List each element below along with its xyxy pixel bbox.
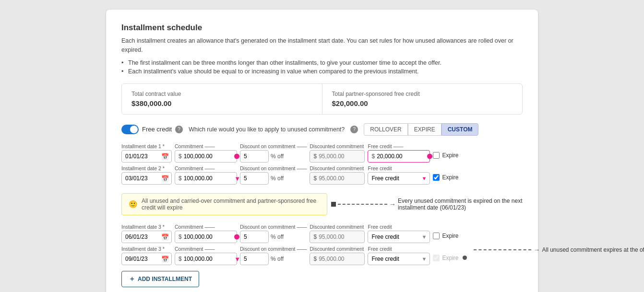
percent-off-label-2: % off xyxy=(271,175,284,182)
free-credit-input-wrap-1: $ xyxy=(368,150,430,163)
inst-date-label-4: Installment date 3 * xyxy=(121,246,172,252)
expire-checkbox-1[interactable] xyxy=(433,152,440,159)
controls-row: Free credit ? Which rule would you like … xyxy=(121,123,523,136)
inst-date-label-2: Installment date 2 * xyxy=(121,165,172,171)
expire-label-2: Expire xyxy=(442,174,458,181)
annotation1-row: → Every unused commitment is expired on … xyxy=(331,198,523,211)
commitment-field-3: Commitment —— $ xyxy=(175,224,237,243)
inst-date-input-2[interactable] xyxy=(121,172,172,185)
add-installment-button[interactable]: ＋ ADD INSTALLMENT xyxy=(121,271,199,287)
rollover-button[interactable]: ROLLOVER xyxy=(364,123,407,136)
expire-wrap-2: Expire xyxy=(433,165,458,181)
pink-dot-3 xyxy=(234,234,239,239)
rule-buttons-group: ROLLOVER EXPIRE CUSTOM xyxy=(364,123,478,136)
inst-date-field-3: Installment date 3 * 📅 xyxy=(121,224,172,243)
discounted-input-3 xyxy=(319,231,364,243)
expire-wrap-4: Expire xyxy=(433,246,467,261)
discounted-label-2: Discounted commitment xyxy=(310,165,365,171)
discounted-input-4 xyxy=(319,253,364,265)
add-installment-label: ADD INSTALLMENT xyxy=(138,276,192,282)
commitment-input-1[interactable] xyxy=(184,151,237,162)
total-contract-label: Total contract value xyxy=(131,91,312,97)
expire-wrap-1: Expire xyxy=(433,143,458,159)
free-credit-field-label-3: Free credit xyxy=(368,224,430,230)
installment-row-2: Installment date 2 * 📅 Commitment —— $ ▼ xyxy=(121,165,523,185)
free-credit-help-icon[interactable]: ? xyxy=(175,126,183,133)
discount-field-1: Discount on commitment —— % off xyxy=(240,143,307,163)
percent-off-label-1: % off xyxy=(271,153,284,160)
commitment-input-wrap-4: $ xyxy=(175,253,237,265)
free-credit-input-1[interactable] xyxy=(377,151,429,162)
card-title: Installment schedule xyxy=(121,23,523,33)
discount-label-4: Discount on commitment —— xyxy=(240,246,307,252)
inst-date-input-wrap-2: 📅 xyxy=(121,172,172,185)
commitment-label-2: Commitment —— xyxy=(175,165,237,171)
rule-question-help-icon[interactable]: ? xyxy=(350,126,358,133)
partner-credit-cell: Total partner-sponsored free credit $20,… xyxy=(322,84,523,114)
free-credit-field-2: Free credit Free credit ▼ xyxy=(368,165,430,185)
discounted-field-3: Discounted commitment $ xyxy=(310,224,365,243)
rule-question-text: Which rule would you like to apply to un… xyxy=(189,126,345,133)
expire-checkbox-4[interactable] xyxy=(433,255,440,261)
expire-button[interactable]: EXPIRE xyxy=(408,123,441,136)
expire-label-3: Expire xyxy=(442,233,458,239)
banner-annotation-row: 🙂 All unused and carried-over commitment… xyxy=(121,189,523,219)
annotation1-arrow: → xyxy=(389,200,396,208)
inst-date-input-wrap-4: 📅 xyxy=(121,253,172,265)
commitment-field-1: Commitment —— $ xyxy=(175,143,237,163)
pink-arrow-4: ▼ xyxy=(234,255,240,262)
installment-row-1: Installment date 1 * 📅 Commitment —— $ D xyxy=(121,143,523,163)
bullet-item-2: Each installment's value should be equal… xyxy=(121,68,523,75)
free-credit-select-3[interactable]: Free credit xyxy=(368,231,430,243)
expire-checkbox-2[interactable] xyxy=(433,174,440,181)
discounted-input-wrap-4: $ xyxy=(310,253,365,265)
custom-button[interactable]: CUSTOM xyxy=(441,123,479,136)
bullet-item-1: The first installment can be three month… xyxy=(121,59,523,66)
discount-field-4: Discount on commitment —— % off xyxy=(240,246,307,265)
inst-date-input-4[interactable] xyxy=(121,253,172,265)
free-credit-field-label-2: Free credit xyxy=(368,165,430,171)
annotation1-dot xyxy=(331,202,336,207)
percent-off-label-4: % off xyxy=(271,256,284,262)
inst-date-input-1[interactable] xyxy=(121,150,172,163)
installment-row-3: Installment date 3 * 📅 Commitment —— $ D xyxy=(121,224,523,243)
inst-date-input-3[interactable] xyxy=(121,231,172,243)
annotation1-text: Every unused commitment is expired on th… xyxy=(398,198,523,211)
annotation2-text: All unused commitment expires at the off… xyxy=(542,246,644,253)
installment-grid-section1: Installment date 1 * 📅 Commitment —— $ D xyxy=(121,143,523,265)
expire-dot-4 xyxy=(463,256,467,260)
expire-banner-text: All unused and carried-over commitment a… xyxy=(142,198,320,211)
free-credit-label: Free credit xyxy=(142,126,172,133)
discount-input-2[interactable] xyxy=(240,172,269,185)
discount-input-4[interactable] xyxy=(240,253,269,265)
discount-input-1[interactable] xyxy=(240,150,269,163)
installment-row-4: Installment date 3 * 📅 Commitment —— $ ▼ xyxy=(121,246,523,265)
expire-label-4: Expire xyxy=(442,255,458,261)
bullet-list: The first installment can be three month… xyxy=(121,59,523,75)
free-credit-field-4: Free credit Free credit ▼ xyxy=(368,246,430,265)
free-credit-toggle-wrapper: Free credit ? xyxy=(121,125,183,134)
free-credit-field-label-1: Free credit —— xyxy=(368,143,430,149)
discounted-label-1: Discounted commitment xyxy=(310,143,365,149)
discounted-input-wrap-2: $ xyxy=(310,172,365,185)
commitment-input-2[interactable] xyxy=(184,173,237,184)
discounted-input-1 xyxy=(319,151,364,162)
free-credit-field-label-4: Free credit xyxy=(368,246,430,252)
inst-date-field-1: Installment date 1 * 📅 xyxy=(121,143,172,163)
free-credit-select-2[interactable]: Free credit xyxy=(368,172,430,185)
discount-field-3: Discount on commitment —— % off xyxy=(240,224,307,243)
expire-label-1: Expire xyxy=(442,152,458,159)
expire-banner: 🙂 All unused and carried-over commitment… xyxy=(121,193,327,215)
commitment-label-1: Commitment —— xyxy=(175,143,237,149)
commitment-input-4[interactable] xyxy=(184,253,237,265)
expire-checkbox-3[interactable] xyxy=(433,233,440,239)
free-credit-toggle[interactable] xyxy=(121,125,139,134)
discounted-field-1: Discounted commitment $ xyxy=(310,143,365,163)
commitment-input-3[interactable] xyxy=(184,231,237,243)
free-credit-select-4[interactable]: Free credit xyxy=(368,253,430,265)
discount-input-3[interactable] xyxy=(240,231,269,243)
contract-values-row: Total contract value $380,000.00 Total p… xyxy=(121,83,523,115)
card-description: Each installment creates an allowance th… xyxy=(121,36,523,55)
partner-credit-value: $20,000.00 xyxy=(332,99,513,107)
inst-date-field-2: Installment date 2 * 📅 xyxy=(121,165,172,185)
